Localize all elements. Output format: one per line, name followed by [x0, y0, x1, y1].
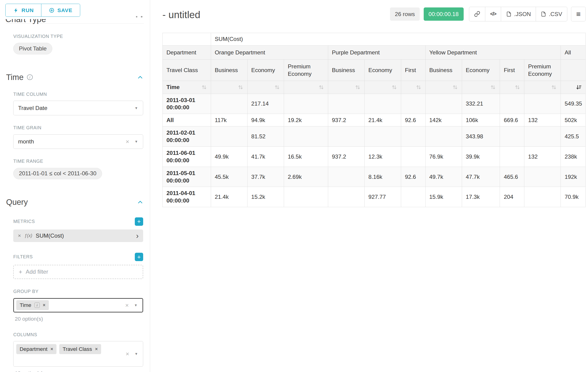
- time-column-label: TIME COLUMN: [13, 92, 143, 97]
- table-row: 2011-04-01 00:00:00 21.4k 15.2k 927.77 1…: [162, 187, 586, 207]
- plus-icon: +: [19, 268, 22, 276]
- sort-icon[interactable]: [201, 85, 207, 90]
- metric-header-row: SUM(Cost): [162, 33, 586, 45]
- save-button[interactable]: SAVE: [41, 4, 80, 17]
- sort-cell: [425, 81, 462, 94]
- remove-chip-icon[interactable]: ×: [95, 346, 98, 352]
- viz-type-pill[interactable]: Pivot Table: [13, 43, 52, 54]
- class-header: Premium Economy: [524, 60, 561, 81]
- query-section-header: Query: [6, 198, 143, 207]
- table-row: 2011-06-01 00:00:00 49.9k 41.7k 16.5k 93…: [162, 147, 586, 167]
- short-link-button[interactable]: [469, 7, 485, 21]
- caret-down-icon[interactable]: ▼: [134, 303, 137, 307]
- pivot-cell: 465.6: [500, 167, 524, 187]
- row-count-badge: 26 rows: [390, 7, 420, 21]
- caret-down-icon[interactable]: ▼: [135, 140, 138, 143]
- sort-icon[interactable]: [355, 85, 361, 90]
- pivot-cell: [211, 127, 247, 147]
- chip-label: Time: [20, 302, 31, 308]
- link-icon: [474, 11, 480, 17]
- columns-select[interactable]: Department × Travel Class × × ▼: [13, 341, 143, 367]
- caret-down-icon[interactable]: ▼: [135, 106, 138, 110]
- time-grain-select[interactable]: month × ▼: [13, 134, 143, 149]
- time-range-control: TIME RANGE 2011-01-01 ≤ col < 2011-06-30: [13, 159, 143, 179]
- clear-icon[interactable]: ×: [126, 350, 129, 358]
- bolt-icon: [13, 8, 19, 13]
- pivot-cell: 937.2: [328, 114, 364, 127]
- pivot-cell: 41.7k: [247, 147, 284, 167]
- pivot-cell: 81.52: [247, 127, 284, 147]
- group-header: Orange Department: [211, 45, 328, 60]
- pivot-cell: [328, 187, 364, 207]
- chevron-up-icon[interactable]: [137, 74, 143, 80]
- sort-icon[interactable]: [274, 85, 280, 90]
- time-column-select[interactable]: Travel Date ▼: [13, 101, 143, 115]
- metric-name: SUM(Cost): [36, 233, 64, 239]
- pivot-cell: 49.7k: [425, 167, 462, 187]
- columns-chip-travel-class[interactable]: Travel Class ×: [59, 344, 101, 354]
- action-button-bar: RUN SAVE: [0, 0, 150, 19]
- chevron-up-icon[interactable]: [137, 199, 143, 205]
- add-metric-button[interactable]: +: [135, 217, 143, 226]
- row-label: 2011-06-01 00:00:00: [162, 147, 211, 167]
- metrics-control: METRICS + × ƒ(x) SUM(Cost) ›: [13, 217, 143, 242]
- sort-icon[interactable]: [238, 85, 243, 90]
- run-button[interactable]: RUN: [5, 4, 42, 17]
- sort-icon[interactable]: [514, 85, 520, 90]
- groupby-control: GROUP BY Time i × × ▼ 20 option(s): [13, 289, 143, 322]
- sort-icon[interactable]: [416, 85, 422, 90]
- export-json-button[interactable]: .JSON: [501, 7, 536, 21]
- pivot-cell: [524, 187, 561, 207]
- sort-cell: [462, 81, 500, 94]
- sort-icon[interactable]: [391, 85, 397, 90]
- sort-icon[interactable]: [490, 85, 496, 90]
- add-filter-plus-button[interactable]: +: [135, 253, 143, 261]
- remove-metric-icon[interactable]: ×: [18, 233, 21, 239]
- groupby-select[interactable]: Time i × × ▼: [13, 298, 143, 312]
- sort-cell: [524, 81, 561, 94]
- chip-label: Travel Class: [63, 346, 92, 352]
- info-icon[interactable]: i: [34, 302, 40, 308]
- query-timer-badge: 00:00:00.18: [424, 7, 464, 21]
- remove-chip-icon[interactable]: ×: [51, 346, 53, 352]
- sort-icon[interactable]: [318, 85, 324, 90]
- time-header-cell: Time: [162, 81, 211, 94]
- chevron-right-icon[interactable]: ›: [136, 232, 138, 240]
- clear-icon[interactable]: ×: [126, 138, 129, 145]
- metric-item[interactable]: × ƒ(x) SUM(Cost) ›: [13, 230, 143, 242]
- chip-label: Department: [20, 346, 47, 352]
- class-header: First: [500, 60, 524, 81]
- pivot-cell: [500, 127, 524, 147]
- caret-down-icon[interactable]: ▼: [135, 352, 138, 356]
- export-csv-label: .CSV: [549, 11, 562, 17]
- columns-chip-department[interactable]: Department ×: [16, 344, 57, 354]
- export-csv-button[interactable]: .CSV: [536, 7, 567, 21]
- pivot-cell: 92.6: [401, 114, 425, 127]
- time-range-pill[interactable]: 2011-01-01 ≤ col < 2011-06-30: [13, 168, 102, 180]
- sort-desc-icon[interactable]: [576, 85, 582, 90]
- pivot-cell: [211, 94, 247, 114]
- chart-title[interactable]: - untitled: [162, 9, 200, 21]
- pivot-cell: 21.4k: [364, 114, 401, 127]
- more-options-button[interactable]: ≡: [571, 7, 586, 21]
- add-filter-button[interactable]: + Add filter: [13, 265, 143, 279]
- pivot-cell: 2.69k: [284, 167, 328, 187]
- info-icon[interactable]: i: [27, 74, 33, 80]
- groupby-chip-time[interactable]: Time i ×: [16, 300, 49, 310]
- remove-chip-icon[interactable]: ×: [43, 302, 45, 308]
- view-query-button[interactable]: </>: [485, 7, 501, 21]
- pivot-cell: 19.2k: [284, 114, 328, 127]
- clear-icon[interactable]: ×: [125, 302, 129, 309]
- pivot-cell: [328, 127, 364, 147]
- pivot-cell: 49.9k: [211, 147, 247, 167]
- department-header-row: Department Orange Department Purple Depa…: [162, 45, 586, 60]
- metrics-label: METRICS: [13, 219, 35, 224]
- pivot-cell: [401, 187, 425, 207]
- class-header: Economy: [247, 60, 284, 81]
- sort-icon[interactable]: [452, 85, 458, 90]
- pivot-cell: [364, 127, 401, 147]
- class-header: Business: [328, 60, 364, 81]
- row-label: 2011-02-01 00:00:00: [162, 127, 211, 147]
- sort-cell: [500, 81, 524, 94]
- sort-icon[interactable]: [551, 85, 557, 90]
